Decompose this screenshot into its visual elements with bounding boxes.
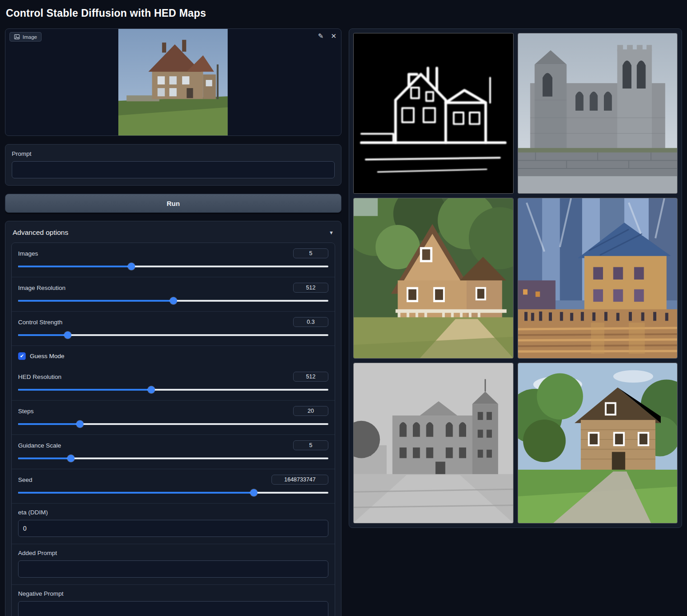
images-value[interactable]: 5 — [293, 248, 328, 258]
eta-label: eta (DDIM) — [18, 509, 328, 516]
steps-value[interactable]: 20 — [293, 406, 328, 416]
image-resolution-slider[interactable] — [18, 297, 328, 304]
hed-resolution-label: HED Resolution — [18, 373, 61, 380]
eta-input[interactable] — [18, 520, 328, 537]
check-icon: ✔ — [20, 353, 24, 359]
image-label-badge: Image — [9, 32, 42, 42]
seed-label: Seed — [18, 476, 33, 483]
slider-handle[interactable] — [64, 331, 71, 339]
gallery-item-painterly-house[interactable] — [518, 198, 678, 359]
slider-handle[interactable] — [67, 455, 75, 462]
negative-prompt-label: Negative Prompt — [18, 590, 328, 597]
images-label: Images — [18, 250, 38, 257]
gallery-item-wooden-house[interactable] — [353, 198, 514, 359]
seed-control: Seed 1648733747 — [12, 469, 335, 504]
image-icon — [14, 34, 20, 40]
image-label: Image — [23, 34, 37, 40]
run-button[interactable]: Run — [5, 194, 341, 213]
control-strength-control: Control Strength 0.3 — [12, 312, 335, 346]
image-resolution-control: Image Resolution 512 — [12, 277, 335, 312]
hed-resolution-value[interactable]: 512 — [293, 372, 328, 382]
added-prompt-control: Added Prompt — [12, 544, 335, 585]
image-resolution-value[interactable]: 512 — [293, 283, 328, 293]
added-prompt-input[interactable] — [18, 560, 328, 578]
advanced-options: Advanced options ▼ Images 5 — [5, 221, 341, 616]
steps-label: Steps — [18, 408, 34, 415]
painterly-house-image — [518, 198, 678, 358]
cathedral-image — [518, 33, 678, 193]
prompt-block: Prompt — [5, 144, 341, 186]
slider-handle[interactable] — [250, 489, 257, 496]
advanced-controls: Images 5 Image Resolution 512 — [11, 243, 335, 616]
guidance-scale-value[interactable]: 5 — [293, 440, 328, 450]
images-slider[interactable] — [18, 263, 328, 270]
gallery-item-hed-map[interactable] — [353, 33, 514, 194]
steps-control: Steps 20 — [12, 401, 335, 435]
slider-handle[interactable] — [76, 420, 84, 428]
guidance-scale-label: Guidance Scale — [18, 442, 61, 449]
prompt-input[interactable] — [12, 161, 335, 178]
prompt-label: Prompt — [12, 150, 335, 157]
slider-handle[interactable] — [128, 263, 135, 270]
results-gallery — [349, 28, 682, 528]
image-resolution-label: Image Resolution — [18, 285, 65, 291]
negative-prompt-input[interactable] — [18, 601, 328, 616]
main-layout: Image ✎ ✕ — [5, 28, 682, 616]
advanced-options-title: Advanced options — [13, 229, 68, 237]
uploaded-house-photo — [118, 29, 228, 135]
seed-slider[interactable] — [18, 489, 328, 496]
rustic-house-image — [518, 363, 678, 523]
control-strength-label: Control Strength — [18, 319, 62, 326]
hed-edge-map-image — [354, 33, 513, 193]
chevron-down-icon: ▼ — [329, 230, 334, 235]
steps-slider[interactable] — [18, 420, 328, 428]
edit-image-button[interactable]: ✎ — [317, 32, 325, 40]
seed-value[interactable]: 1648733747 — [271, 475, 328, 485]
added-prompt-label: Added Prompt — [18, 550, 328, 556]
guidance-scale-slider[interactable] — [18, 455, 328, 462]
guess-mode-checkbox[interactable]: ✔ — [18, 352, 26, 360]
gallery-item-rustic-house[interactable] — [518, 363, 678, 523]
clear-image-button[interactable]: ✕ — [330, 32, 337, 40]
gallery-item-grayscale-building[interactable] — [353, 363, 514, 523]
guess-mode-control: ✔ Guess Mode — [12, 346, 335, 366]
hed-resolution-slider[interactable] — [18, 386, 328, 393]
advanced-options-header[interactable]: Advanced options ▼ — [11, 227, 335, 243]
hed-resolution-control: HED Resolution 512 — [12, 366, 335, 401]
eta-control: eta (DDIM) — [12, 504, 335, 544]
control-strength-slider[interactable] — [18, 331, 328, 339]
output-column — [349, 28, 682, 528]
slider-handle[interactable] — [170, 297, 177, 304]
page-title: Control Stable Diffusion with HED Maps — [6, 7, 682, 19]
controls-column: Image ✎ ✕ — [5, 28, 341, 616]
wooden-house-image — [354, 198, 513, 358]
images-control: Images 5 — [12, 243, 335, 277]
image-upload[interactable]: Image ✎ ✕ — [5, 28, 341, 136]
control-strength-value[interactable]: 0.3 — [293, 317, 328, 327]
gallery-item-cathedral[interactable] — [518, 33, 678, 194]
negative-prompt-control: Negative Prompt — [12, 585, 335, 616]
slider-handle[interactable] — [148, 386, 155, 393]
grayscale-building-image — [354, 363, 513, 523]
guidance-scale-control: Guidance Scale 5 — [12, 435, 335, 469]
image-tools: ✎ ✕ — [317, 32, 337, 40]
guess-mode-label[interactable]: Guess Mode — [30, 353, 65, 359]
